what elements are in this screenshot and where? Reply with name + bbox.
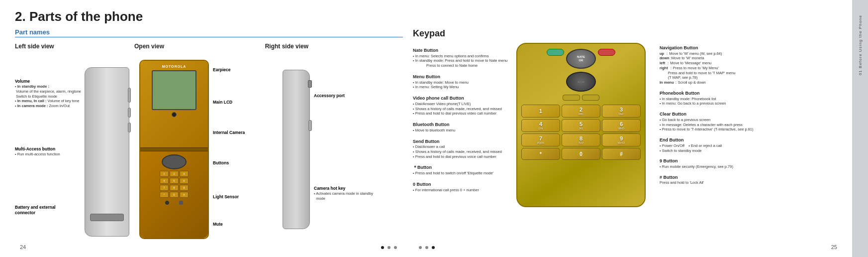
star-button-label: ＊Button • Press and hold to switch on/of… xyxy=(413,165,512,175)
right-side-view-title: Right side view xyxy=(265,43,308,50)
sidebar-label: 01 Before Using the Phone xyxy=(858,15,863,75)
nate-button-label: Nate Button • In menu: Selects menu opti… xyxy=(413,48,512,68)
buttons-label: Buttons xyxy=(213,160,278,166)
multi-access-detail: • Run multi-access function xyxy=(15,152,85,157)
section-title: Part names xyxy=(15,28,403,37)
main-lcd-label: Main LCD xyxy=(213,100,278,105)
clear-button-label: Clear Button • Go back to a previous scr… xyxy=(660,112,799,132)
light-sensor-label: Light Sensor xyxy=(213,194,278,200)
keypad-layout: Nate Button • In menu: Selects menu opti… xyxy=(413,43,842,242)
key-3: 3 xyxy=(180,171,189,177)
main-content: 2. Parts of the phone Part names Left si… xyxy=(0,0,852,257)
phone-views-area: Volume • In standby mode : Volume of the… xyxy=(15,52,403,242)
page-num-24: 24 xyxy=(20,244,26,250)
key-1[interactable]: 1 xyxy=(521,105,560,118)
keypad-phone: NATEOK ←→ xyxy=(516,43,646,207)
key-0-bottom[interactable]: 0 xyxy=(562,148,600,160)
menu-button-label: Menu Button • In standby mode: Move to m… xyxy=(413,74,512,90)
multi-access-label: Multi-Access button • Run multi-access f… xyxy=(15,146,85,157)
key-star-bottom[interactable]: * xyxy=(521,148,560,160)
accessory-port-label: Accessory port xyxy=(314,93,379,99)
video-call-button-label: Video phone call Button • Dial/Answer Vi… xyxy=(413,96,512,116)
internal-camera-label: Internal Camera xyxy=(213,130,278,135)
volume-label: Volume • In standby mode : Volume of the… xyxy=(15,79,85,109)
keypad-phone-image: NATEOK ←→ xyxy=(516,43,656,212)
key-9[interactable]: 9WXYZ xyxy=(602,133,641,146)
key-4: 4 xyxy=(160,178,169,184)
volume-title: Volume xyxy=(15,79,85,84)
page-title: 2. Parts of the phone xyxy=(15,9,842,24)
key-6[interactable]: 6MNO xyxy=(602,119,641,132)
key-6: 6 xyxy=(180,178,189,184)
zero-button-label: 0 Button • For international call press … xyxy=(413,182,512,192)
end-button-label: End Button • Power On/Off • End or rejec… xyxy=(660,137,799,153)
key-0: 0 xyxy=(170,192,179,198)
hash-button-label: # Button Press and hold to 'Lock All' xyxy=(660,175,799,185)
nine-button-label: 9 Button • Run mobile security (Emergenc… xyxy=(660,158,799,169)
lcd-screen xyxy=(152,70,196,110)
open-view-labels: Earpiece Main LCD Internal Camera Button… xyxy=(213,52,278,242)
digit-grid: 1 2ABC 3DEF 4GHI 5JKL 6MNO 7PQRS 8TUV 9W… xyxy=(521,105,641,146)
left-side-labels: Volume • In standby mode : Volume of the… xyxy=(15,52,85,242)
right-column: Keypad Nate Button • In menu: Selects me… xyxy=(413,28,842,252)
bottom-key-row: * 0 # xyxy=(521,148,641,160)
key-hash: # xyxy=(180,192,189,198)
earpiece-label: Earpiece xyxy=(213,67,278,73)
key-7[interactable]: 7PQRS xyxy=(521,133,560,146)
mute-label: Mute xyxy=(213,222,278,227)
left-side-view-title: Left side view xyxy=(15,43,54,50)
key-3[interactable]: 3DEF xyxy=(602,105,641,118)
key-4[interactable]: 4GHI xyxy=(521,119,560,132)
camera-dot xyxy=(172,112,177,117)
key-5: 5 xyxy=(170,178,179,184)
key-9: 9 xyxy=(180,185,189,191)
motorola-logo: MOTOROLA xyxy=(162,65,187,68)
keypad-right-labels: Navigation Button up ：Move to 'W' menu (… xyxy=(660,43,799,242)
right-side-phone xyxy=(283,70,310,229)
phonebook-button-label: Phonebook Button • In standby mode: Phon… xyxy=(660,91,799,106)
camera-hot-key-label: Camera hot key • Activates camera mode i… xyxy=(314,186,379,201)
left-side-phone xyxy=(85,67,129,237)
key-5[interactable]: 5JKL xyxy=(562,119,600,132)
nate-ok-button[interactable]: NATEOK xyxy=(566,49,596,69)
left-column: Part names Left side view Open view Righ… xyxy=(15,28,403,252)
key-2: 2 xyxy=(170,171,179,177)
page-num-25: 25 xyxy=(831,244,837,250)
page-numbers-left: 24 xyxy=(15,242,403,252)
key-2[interactable]: 2ABC xyxy=(562,105,600,118)
navigation-button-label: Navigation Button up ：Move to 'W' menu (… xyxy=(660,45,799,85)
bluetooth-button-label: Bluetooth Button • Move to bluetooth men… xyxy=(413,122,512,132)
key-1: 1 xyxy=(160,171,169,177)
multi-access-title: Multi-Access button xyxy=(15,146,85,152)
right-sidebar: 01 Before Using the Phone xyxy=(852,0,868,257)
volume-detail: • In standby mode : Volume of the earpie… xyxy=(15,84,85,109)
open-view-title: Open view xyxy=(134,43,164,50)
page-dots-right xyxy=(418,244,436,250)
keypad-section-title: Keypad xyxy=(413,28,842,39)
open-view-phone: MOTOROLA 1 2 xyxy=(139,60,209,239)
right-side-labels: Accessory port Camera hot key • Activate… xyxy=(314,52,379,242)
battery-title: Battery and externalconnector xyxy=(15,205,85,216)
key-8: 8 xyxy=(170,185,179,191)
keypad-left-labels: Nate Button • In menu: Selects menu opti… xyxy=(413,43,512,242)
page-dots-left xyxy=(380,244,398,250)
keypad-buttons: 1 2 3 4 5 6 7 xyxy=(160,171,189,198)
nav-cluster xyxy=(162,154,187,169)
key-7: 7 xyxy=(160,185,169,191)
key-hash-bottom[interactable]: # xyxy=(602,148,641,160)
battery-label: Battery and externalconnector xyxy=(15,205,85,216)
key-8[interactable]: 8TUV xyxy=(562,133,600,146)
key-star: * xyxy=(160,192,169,198)
page-numbers-right: 25 xyxy=(413,242,842,252)
send-button-label: Send Button • Dial/Answer a call• Shows … xyxy=(413,139,512,159)
